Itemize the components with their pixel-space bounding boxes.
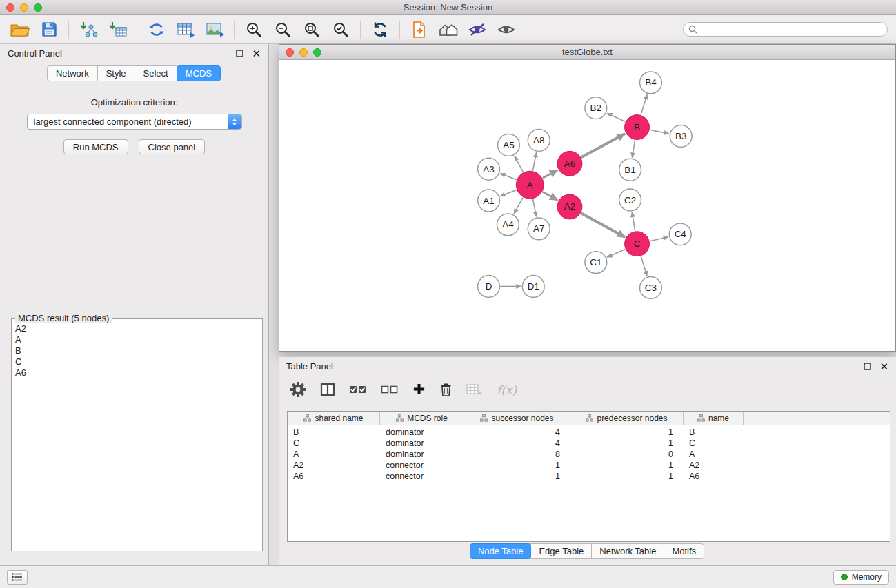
mcds-result-item[interactable]: A xyxy=(13,334,261,345)
table-row[interactable]: A6connector11A6 xyxy=(288,471,890,482)
search-input[interactable] xyxy=(701,25,882,34)
table-cell[interactable]: A2 xyxy=(288,460,380,470)
column-header-MCDS-role[interactable]: MCDS role xyxy=(380,412,464,425)
run-mcds-button[interactable]: Run MCDS xyxy=(63,139,128,154)
table-cell[interactable]: 1 xyxy=(570,460,684,470)
graph-node-A4[interactable]: A4 xyxy=(497,214,519,236)
table-cell[interactable]: A xyxy=(684,449,744,459)
new-table-button[interactable] xyxy=(172,18,199,41)
table-cell[interactable]: connector xyxy=(380,472,464,481)
column-header-successor-nodes[interactable]: successor nodes xyxy=(464,412,570,425)
graph-edge-B-B3[interactable] xyxy=(650,130,669,134)
export-image-button[interactable] xyxy=(201,18,228,41)
table-cell[interactable]: 1 xyxy=(464,472,570,481)
mcds-result-item[interactable]: C xyxy=(13,356,261,367)
graph-node-D[interactable]: D xyxy=(478,276,500,298)
column-header-name[interactable]: name xyxy=(684,412,744,425)
open-file-button[interactable] xyxy=(406,18,433,41)
table-cell[interactable]: C xyxy=(684,438,744,448)
graph-node-A[interactable]: A xyxy=(516,171,544,199)
close-panel-icon[interactable]: ✕ xyxy=(879,363,888,371)
unselect-all-columns-button[interactable] xyxy=(381,383,399,398)
close-network-window-button[interactable] xyxy=(286,48,294,57)
zoom-fit-button[interactable] xyxy=(298,18,326,41)
graph-edge-C-C4[interactable] xyxy=(650,237,668,241)
graph-edge-A-A1[interactable] xyxy=(500,190,516,196)
select-all-columns-button[interactable] xyxy=(349,383,367,398)
table-cell[interactable]: A2 xyxy=(684,460,744,470)
table-cell[interactable]: C xyxy=(288,438,380,448)
graph-node-A7[interactable]: A7 xyxy=(528,218,550,240)
mcds-result-item[interactable]: A2 xyxy=(13,323,261,334)
mcds-result-list[interactable]: A2ABCA6 xyxy=(13,323,261,549)
minimize-window-button[interactable] xyxy=(20,3,28,12)
graph-node-D1[interactable]: D1 xyxy=(522,276,544,298)
float-panel-icon[interactable] xyxy=(864,363,871,370)
graph-edge-B-B4[interactable] xyxy=(641,94,647,114)
graph-edge-A-A5[interactable] xyxy=(515,156,524,172)
table-row[interactable]: Cdominator41C xyxy=(288,438,890,449)
import-table-from-file-button[interactable] xyxy=(103,18,131,41)
graph-node-A3[interactable]: A3 xyxy=(478,158,500,180)
create-column-button[interactable] xyxy=(412,383,426,398)
graph-node-C[interactable]: C xyxy=(625,232,650,256)
toolbar-search[interactable] xyxy=(683,22,888,37)
column-header-predecessor-nodes[interactable]: predecessor nodes xyxy=(570,412,684,425)
zoom-window-button[interactable] xyxy=(34,3,42,12)
graph-edge-A-A8[interactable] xyxy=(532,152,536,171)
graph-node-A1[interactable]: A1 xyxy=(478,190,500,212)
graph-edge-A-A7[interactable] xyxy=(532,199,536,217)
graph-edge-C-C2[interactable] xyxy=(632,212,635,231)
close-panel-icon[interactable]: ✕ xyxy=(252,50,261,58)
table-row[interactable]: Adominator80A xyxy=(288,449,890,460)
show-columns-button[interactable] xyxy=(320,383,335,398)
table-cell[interactable]: 1 xyxy=(570,438,684,448)
network-graph[interactable]: B4B2BB3A8A5A6A3B1AC2A1A2A4A7C4CC1DD1C3 xyxy=(279,61,895,351)
graph-node-A2[interactable]: A2 xyxy=(557,194,582,219)
graph-node-C1[interactable]: C1 xyxy=(585,252,607,274)
network-canvas[interactable]: B4B2BB3A8A5A6A3B1AC2A1A2A4A7C4CC1DD1C3 xyxy=(279,61,895,351)
graph-node-C3[interactable]: C3 xyxy=(640,277,662,299)
open-session-button[interactable] xyxy=(6,18,34,41)
show-graphics-details-button[interactable] xyxy=(492,18,520,41)
table-cell[interactable]: 0 xyxy=(570,449,684,459)
table-cell[interactable]: 1 xyxy=(570,472,684,481)
graph-edge-B-B2[interactable] xyxy=(607,113,625,121)
tab-mcds[interactable]: MCDS xyxy=(177,65,221,81)
table-cell[interactable]: 4 xyxy=(464,438,570,448)
save-session-button[interactable] xyxy=(35,18,63,41)
graph-edge-A2-C[interactable] xyxy=(581,213,626,237)
table-cell[interactable]: B xyxy=(684,427,744,437)
graph-node-B1[interactable]: B1 xyxy=(619,159,641,181)
close-window-button[interactable] xyxy=(6,3,14,12)
graph-node-C4[interactable]: C4 xyxy=(669,223,691,245)
show-all-networks-button[interactable] xyxy=(435,18,462,41)
table-cell[interactable]: A xyxy=(288,449,380,459)
table-row[interactable]: Bdominator41B xyxy=(288,427,890,438)
graph-edge-B-B1[interactable] xyxy=(632,140,635,157)
graph-edge-A6-B[interactable] xyxy=(581,134,625,157)
tab-network[interactable]: Network xyxy=(47,65,98,81)
table-cell[interactable]: dominator xyxy=(380,427,464,437)
zoom-selected-button[interactable] xyxy=(327,18,355,41)
graph-node-B4[interactable]: B4 xyxy=(640,72,662,94)
graph-edge-A-A2[interactable] xyxy=(543,192,558,200)
show-panels-button[interactable] xyxy=(7,570,28,585)
hide-graphics-details-button[interactable] xyxy=(464,18,491,41)
table-cell[interactable]: 1 xyxy=(464,460,570,470)
graph-node-A5[interactable]: A5 xyxy=(497,134,519,156)
table-options-button[interactable] xyxy=(290,381,306,400)
mcds-result-item[interactable]: A6 xyxy=(13,367,261,378)
table-cell[interactable]: 8 xyxy=(464,449,570,459)
table-cell[interactable]: A6 xyxy=(288,472,380,481)
graph-node-B[interactable]: B xyxy=(625,115,650,140)
table-cell[interactable]: dominator xyxy=(380,438,464,448)
graph-edge-C-C1[interactable] xyxy=(607,250,625,258)
table-cell[interactable]: 1 xyxy=(570,427,684,437)
mcds-result-item[interactable]: B xyxy=(13,345,261,356)
table-cell[interactable]: A6 xyxy=(684,472,744,481)
tab-style[interactable]: Style xyxy=(97,65,135,81)
close-panel-button[interactable]: Close panel xyxy=(139,139,206,154)
criterion-dropdown[interactable]: largest connected component (directed) xyxy=(27,114,242,130)
delete-column-button[interactable] xyxy=(439,382,452,399)
